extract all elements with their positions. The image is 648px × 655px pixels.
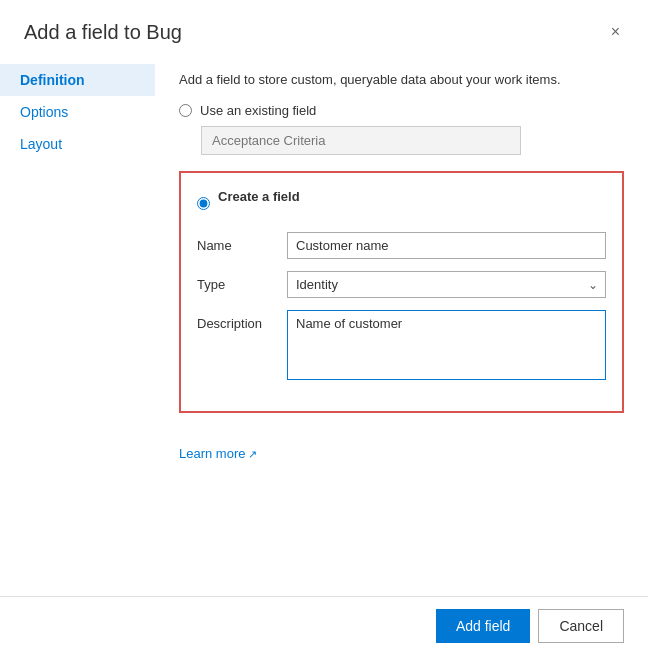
description-textarea[interactable]: Name of customer [287,310,606,380]
create-field-label[interactable]: Create a field [218,189,300,204]
name-row: Name [197,232,606,259]
type-select[interactable]: Identity String Integer DateTime Boolean… [287,271,606,298]
dialog: Add a field to Bug × Definition Options … [0,0,648,655]
dialog-header: Add a field to Bug × [0,0,648,56]
close-button[interactable]: × [607,20,624,44]
sidebar-item-options[interactable]: Options [0,96,155,128]
type-control: Identity String Integer DateTime Boolean… [287,271,606,298]
create-field-radio-row: Create a field [197,189,606,218]
use-existing-option: Use an existing field [179,103,624,118]
type-select-wrapper: Identity String Integer DateTime Boolean… [287,271,606,298]
description-control: Name of customer [287,310,606,383]
name-label: Name [197,232,287,253]
learn-more-section: Learn more↗ [179,437,624,469]
learn-more-link[interactable]: Learn more↗ [179,446,257,461]
dialog-footer: Add field Cancel [0,596,648,655]
main-content: Add a field to store custom, queryable d… [155,56,648,596]
type-row: Type Identity String Integer DateTime Bo… [197,271,606,298]
create-field-radio[interactable] [197,197,210,210]
description-text: Add a field to store custom, queryable d… [179,72,624,87]
description-row: Description Name of customer [197,310,606,383]
type-label: Type [197,271,287,292]
external-link-icon: ↗ [248,448,257,460]
add-field-button[interactable]: Add field [436,609,530,643]
existing-field-section [201,126,624,155]
dialog-body: Definition Options Layout Add a field to… [0,56,648,596]
cancel-button[interactable]: Cancel [538,609,624,643]
sidebar: Definition Options Layout [0,56,155,596]
create-field-box: Create a field Name Type Identity [179,171,624,413]
use-existing-radio[interactable] [179,104,192,117]
sidebar-item-definition[interactable]: Definition [0,64,155,96]
name-control [287,232,606,259]
name-input[interactable] [287,232,606,259]
sidebar-item-layout[interactable]: Layout [0,128,155,160]
use-existing-label[interactable]: Use an existing field [200,103,316,118]
description-label: Description [197,310,287,331]
existing-field-input[interactable] [201,126,521,155]
dialog-title: Add a field to Bug [24,21,182,44]
